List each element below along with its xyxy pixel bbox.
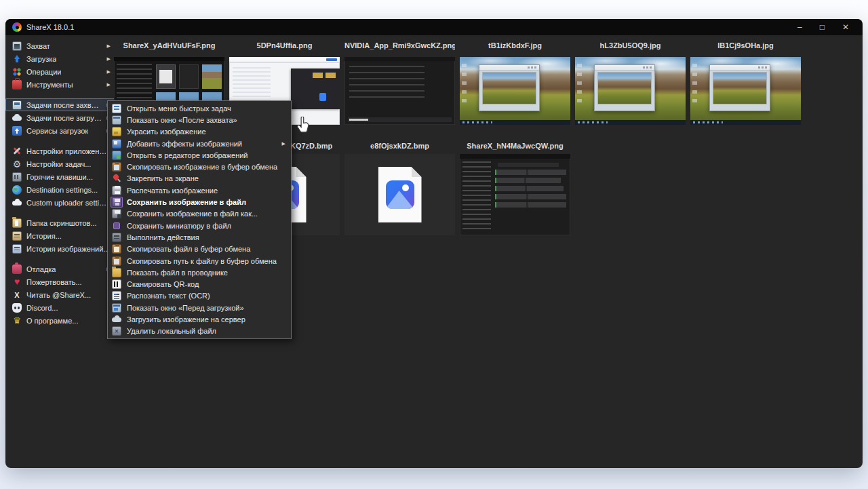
menu-item-open-in-image-editor[interactable]: Открыть в редакторе изображений (108, 149, 291, 161)
sidebar-item-debug[interactable]: Отладка ▶ (5, 262, 115, 275)
menu-item-copy-file-to-clipboard[interactable]: Скопировать файл в буфер обмена (108, 243, 291, 255)
sidebar-item-application-settings[interactable]: Настройки приложения... (5, 144, 115, 157)
menu-item-ocr[interactable]: Распознать текст (OCR) (108, 290, 291, 302)
file-name: e8fOjsxkDZ.bmp (344, 140, 455, 152)
mini-browser-bar (229, 57, 340, 63)
sidebar-item-twitter[interactable]: Читать @ShareX... (5, 288, 115, 301)
sidebar-item-upload[interactable]: Загрузка ▶ (5, 52, 115, 65)
menu-item-open-quick-task-menu[interactable]: Открыть меню быстрых задач (108, 102, 291, 114)
sidebar-item-label: Операции (26, 68, 61, 76)
crown-icon (12, 316, 22, 326)
sidebar-item-custom-uploader-settings[interactable]: Custom uploader settings... (5, 196, 115, 209)
printer-icon (112, 186, 121, 195)
sidebar-item-screenshots-folder[interactable]: Папка скриншотов... (5, 216, 115, 229)
image-effects-icon (112, 139, 121, 149)
sidebar-item-image-history[interactable]: История изображений... (5, 242, 115, 255)
menu-item-upload-image-to-host[interactable]: Загрузить изображение на сервер (108, 313, 291, 325)
folder-icon (12, 218, 22, 228)
folder-explorer-icon (112, 268, 121, 277)
sidebar-item-upload-services[interactable]: Сервисы загрузок ▶ (5, 124, 115, 137)
thumbnail-cell[interactable]: hL3ZbU5OQ9.jpg (575, 39, 686, 125)
mini-text-lines (349, 66, 425, 102)
menu-item-save-image-to-file[interactable]: Сохранить изображение в файл (108, 196, 291, 208)
sidebar-item-capture[interactable]: Захват ▶ (5, 39, 115, 52)
copy-image-clipboard-icon (112, 162, 121, 172)
menu-item-show-file-in-explorer[interactable]: Показать файл в проводнике (108, 267, 291, 278)
thumbnail-cell[interactable]: e8fOjsxkDZ.bmp (344, 140, 455, 235)
sidebar-item-workflows[interactable]: Операции ▶ (5, 65, 115, 78)
sidebar-item-label: История изображений... (26, 245, 109, 253)
menu-item-copy-image-to-clipboard[interactable]: Скопировать изображение в буфер обмена (108, 161, 291, 172)
menu-item-beautify-image[interactable]: Украсить изображение (108, 126, 291, 138)
sidebar-group-tasks: Задачи после захвата ▶ Задачи после загр… (5, 98, 115, 137)
file-name: ShareX_hN4MaJwcQW.png (460, 140, 570, 152)
file-name: hL3ZbU5OQ9.jpg (575, 39, 686, 52)
sidebar-item-label: Настройки приложения... (26, 147, 111, 155)
mini-hotkey-rows (495, 163, 566, 208)
menu-item-scan-qr-code[interactable]: Сканировать QR-код (108, 278, 291, 290)
sidebar-item-history[interactable]: История... (5, 229, 115, 242)
menu-item-show-after-capture-window[interactable]: Показать окно «После захвата» (108, 114, 291, 125)
perform-actions-icon (112, 233, 121, 242)
sidebar-item-label: Читать @ShareX... (26, 291, 91, 299)
sidebar-item-about[interactable]: О программе... (5, 314, 115, 327)
minimize-button[interactable]: – (797, 19, 802, 35)
image-history-icon (12, 244, 22, 254)
sidebar-item-label: Инструменты (26, 81, 73, 89)
sharex-logo-icon (12, 22, 22, 32)
sidebar-item-donate[interactable]: Пожертвовать... (5, 275, 115, 288)
gear-icon (12, 159, 22, 169)
sidebar-item-after-capture-tasks[interactable]: Задачи после захвата ▶ (5, 98, 115, 111)
window-title: ShareX 18.0.1 (26, 23, 74, 31)
sidebar-item-destination-settings[interactable]: Destination settings... (5, 183, 115, 196)
sidebar-item-task-settings[interactable]: Настройки задач... (5, 157, 115, 170)
mini-taskbar (575, 120, 686, 125)
pin-icon (112, 174, 121, 183)
thumbnail-cell[interactable]: ShareX_hN4MaJwcQW.png (460, 140, 570, 235)
beautify-image-icon (112, 127, 121, 136)
mini-taskbar (690, 120, 801, 125)
save-thumbnail-icon (113, 222, 120, 229)
sidebar-item-label: Отладка (26, 265, 56, 273)
thumbnail-image[interactable] (344, 154, 455, 235)
operations-icon (12, 67, 22, 77)
image-editor-icon (112, 151, 121, 160)
menu-item-copy-file-path-to-clipboard[interactable]: Скопировать путь к файлу в буфер обмена (108, 255, 291, 267)
thumbnail-image[interactable] (460, 154, 570, 235)
thumbnail-image[interactable] (575, 57, 686, 125)
debug-icon (12, 265, 22, 274)
menu-item-print-image[interactable]: Распечатать изображение (108, 184, 291, 196)
copy-file-path-icon (112, 256, 121, 266)
page-fold (296, 167, 307, 177)
sidebar-item-hotkeys[interactable]: Горячие клавиши... (5, 170, 115, 183)
menu-item-add-image-effects[interactable]: Добавить эффекты изображений ▶ (108, 138, 291, 149)
sidebar-group-about: Отладка ▶ Пожертвовать... Читать @ShareX… (5, 262, 115, 327)
thumbnail-image[interactable] (460, 57, 570, 125)
sharex-main-window: ShareX 18.0.1 – □ ✕ Захват ▶ Загрузка ▶ … (5, 19, 863, 468)
thumbnail-cell[interactable]: IB1Cj9sOHa.jpg (690, 39, 801, 125)
after-upload-tasks-icon (12, 113, 22, 123)
sidebar-item-discord[interactable]: Discord... (5, 301, 115, 314)
file-name: NVIDIA_App_Rmi9xGwcKZ.png (344, 39, 455, 52)
menu-item-save-thumbnail-to-file[interactable]: Сохранить миниатюру в файл (108, 220, 291, 231)
thumbnail-image[interactable] (344, 57, 455, 125)
sidebar-group-history: Папка скриншотов... История... История и… (5, 216, 115, 255)
cloud-icon (12, 198, 22, 208)
thumbnail-image[interactable] (690, 57, 801, 125)
thumbnail-cell[interactable]: NVIDIA_App_Rmi9xGwcKZ.png (344, 39, 455, 125)
sidebar-item-after-upload-tasks[interactable]: Задачи после загрузки ▶ (5, 111, 115, 124)
menu-item-delete-local-file[interactable]: Удалить локальный файл (108, 326, 291, 337)
maximize-button[interactable]: □ (820, 19, 825, 35)
close-button[interactable]: ✕ (842, 19, 849, 35)
discord-icon (12, 303, 22, 313)
menu-item-save-image-to-file-as[interactable]: Сохранить изображение в файл как... (108, 208, 291, 220)
sidebar-item-tools[interactable]: Инструменты ▶ (5, 78, 115, 91)
menu-item-show-before-upload-window[interactable]: Показать окно «Перед загрузкой» (108, 302, 291, 313)
menu-item-perform-actions[interactable]: Выполнить действия (108, 231, 291, 243)
file-name: IB1Cj9sOHa.jpg (690, 39, 801, 52)
sidebar-item-label: Папка скриншотов... (26, 219, 97, 227)
photos-app-icon (386, 180, 414, 209)
menu-item-pin-to-screen[interactable]: Закрепить на экране (108, 173, 291, 184)
after-capture-tasks-menu: Открыть меню быстрых задач Показать окно… (107, 100, 292, 339)
thumbnail-cell[interactable]: tB1izKbdxF.jpg (460, 39, 570, 125)
